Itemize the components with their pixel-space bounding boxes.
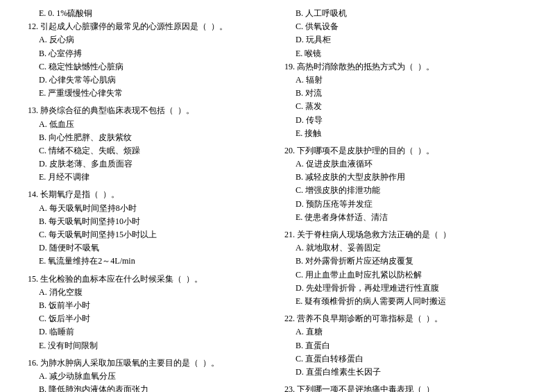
q20-opt-c: C. 增强皮肤的排泄功能 (284, 184, 527, 197)
q22-opt-c: C. 直蛋白转移蛋白 (284, 352, 527, 366)
q12-opt-c: C. 稳定性缺憾性心脏病 (28, 60, 271, 74)
r-opt-d: D. 玩具柜 (284, 33, 527, 46)
question-23-text: 23. 下列哪一项不是评地痛中毒表现（ ） (284, 383, 527, 392)
question-14: 14. 长期氧疗是指（ ）。 A. 每天吸氧时间坚持8小时 B. 每天吸氧时间坚… (28, 188, 271, 268)
q21-opt-a: A. 就地取材、妥善固定 (284, 241, 527, 255)
q22-opt-d: D. 直蛋白维素生长因子 (284, 366, 527, 379)
q14-opt-b: B. 每天吸氧时间坚持10小时 (28, 215, 271, 228)
q12-opt-d: D. 心律失常等心肌病 (28, 74, 271, 87)
question-21-text: 21. 关于脊柱病人现场急救方法正确的是（ ） (284, 228, 527, 241)
question-20: 20. 下列哪项不是皮肤护理的目的（ ）。 A. 促进皮肤血液循环 B. 减轻皮… (284, 144, 527, 224)
q14-opt-e: E. 氧流量维持在2～4L/min (28, 255, 271, 268)
q21-opt-d: D. 先处理骨折骨，再处理难进行性直腹 (284, 282, 527, 295)
question-19: 19. 高热时消除散热的抵热方式为（ ）。 A. 辐射 B. 对流 C. 蒸发 … (284, 60, 527, 140)
question-20-text: 20. 下列哪项不是皮肤护理的目的（ ）。 (284, 144, 527, 157)
q19-opt-d: D. 传导 (284, 114, 527, 127)
q15-opt-e: E. 没有时间限制 (28, 339, 271, 352)
left-column: E. 0. 1%硫酸铜 12. 引起成人心脏骤停的最常见的心源性原因是（ ）。 … (28, 7, 271, 392)
question-15: 15. 生化检验的血标本应在什么时候采集（ ）。 A. 消化空腹 B. 饭前半小… (28, 273, 271, 352)
q20-opt-a: A. 促进皮肤血液循环 (284, 157, 527, 171)
q22-opt-a: A. 直糖 (284, 325, 527, 339)
q21-opt-e: E. 疑有颈椎骨折的病人需要两人同时搬运 (284, 295, 527, 308)
q13-opt-e: E. 月经不调律 (28, 171, 271, 184)
question-14-text: 14. 长期氧疗是指（ ）。 (28, 188, 271, 201)
q20-opt-b: B. 减轻皮肤的大型皮肤肿作用 (284, 171, 527, 184)
q15-opt-c: C. 饭后半小时 (28, 312, 271, 325)
q12-opt-e: E. 严重缓慢性心律失常 (28, 87, 271, 100)
question-23: 23. 下列哪一项不是评地痛中毒表现（ ） A. 食欲不振、恶心、呕吐 B. 头… (284, 383, 527, 392)
q13-opt-d: D. 皮肤老薄、多血质面容 (28, 157, 271, 171)
q14-opt-d: D. 随便时不吸氧 (28, 241, 271, 255)
q15-opt-b: B. 饭前半小时 (28, 299, 271, 312)
q19-opt-b: B. 对流 (284, 87, 527, 100)
q13-opt-c: C. 情绪不稳定、失眠、烦躁 (28, 144, 271, 157)
q22-opt-b: B. 直蛋白 (284, 339, 527, 352)
page-content: E. 0. 1%硫酸铜 12. 引起成人心脏骤停的最常见的心源性原因是（ ）。 … (28, 7, 527, 392)
q19-opt-a: A. 辐射 (284, 74, 527, 87)
q21-opt-c: C. 用止血带止血时应扎紧以防松解 (284, 269, 527, 282)
q19-opt-c: C. 蒸发 (284, 100, 527, 113)
question-21: 21. 关于脊柱病人现场急救方法正确的是（ ） A. 就地取材、妥善固定 B. … (284, 228, 527, 308)
question-19-text: 19. 高热时消除散热的抵热方式为（ ）。 (284, 60, 527, 74)
q16-opt-b: B. 降低肺泡内液体的表面张力 (28, 383, 271, 392)
list-item: E. 0. 1%硫酸铜 (28, 7, 271, 20)
q20-opt-e: E. 使患者身体舒适、清洁 (284, 211, 527, 224)
q16-opt-a: A. 减少动脉血氧分压 (28, 370, 271, 383)
q15-opt-d: D. 临睡前 (28, 325, 271, 339)
question-13-text: 13. 肺炎综合征的典型临床表现不包括（ ）。 (28, 104, 271, 117)
question-12-text: 12. 引起成人心脏骤停的最常见的心源性原因是（ ）。 (28, 20, 271, 33)
question-13: 13. 肺炎综合征的典型临床表现不包括（ ）。 A. 低血压 B. 向心性肥胖、… (28, 104, 271, 184)
q12-opt-b: B. 心室停搏 (28, 47, 271, 60)
question-16: 16. 为肺水肿病人采取加压吸氧的主要目的是（ ）。 A. 减少动脉血氧分压 B… (28, 357, 271, 392)
q20-opt-d: D. 预防压疮等并发症 (284, 198, 527, 211)
q14-opt-a: A. 每天吸氧时间坚持8小时 (28, 202, 271, 215)
r-opt-b: B. 人工呼吸机 (284, 7, 527, 20)
q15-opt-a: A. 消化空腹 (28, 286, 271, 299)
q14-opt-c: C. 每天吸氧时间坚持15小时以上 (28, 228, 271, 241)
question-22: 22. 营养不良早期诊断的可靠指标是（ ）。 A. 直糖 B. 直蛋白 C. 直… (284, 312, 527, 379)
question-15-text: 15. 生化检验的血标本应在什么时候采集（ ）。 (28, 273, 271, 286)
q21-opt-b: B. 对外露骨折断片应还纳皮覆复 (284, 255, 527, 268)
question-16-text: 16. 为肺水肿病人采取加压吸氧的主要目的是（ ）。 (28, 357, 271, 370)
q19-opt-e: E. 接触 (284, 127, 527, 140)
q13-opt-b: B. 向心性肥胖、皮肤紫纹 (28, 131, 271, 144)
question-12: 12. 引起成人心脏骤停的最常见的心源性原因是（ ）。 A. 反心病 B. 心室… (28, 20, 271, 100)
two-column-layout: E. 0. 1%硫酸铜 12. 引起成人心脏骤停的最常见的心源性原因是（ ）。 … (28, 7, 527, 392)
r-opt-c: C. 供氧设备 (284, 20, 527, 33)
q13-opt-a: A. 低血压 (28, 118, 271, 131)
r-opt-e: E. 喉镜 (284, 47, 527, 60)
q12-opt-a: A. 反心病 (28, 33, 271, 46)
right-column: B. 人工呼吸机 C. 供氧设备 D. 玩具柜 E. 喉镜 19. 高热时消除散… (284, 7, 527, 392)
question-22-text: 22. 营养不良早期诊断的可靠指标是（ ）。 (284, 312, 527, 325)
